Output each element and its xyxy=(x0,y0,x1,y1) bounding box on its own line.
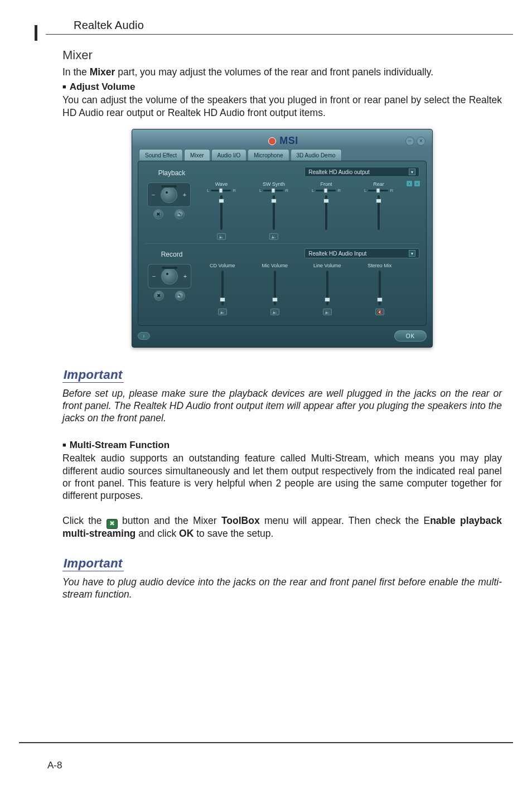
mute-icon[interactable]: 🔈 xyxy=(217,233,226,240)
section-side-bar xyxy=(35,25,37,41)
mixer-heading: Mixer xyxy=(62,48,502,62)
important-text-2: You have to plug audio device into the j… xyxy=(62,576,502,600)
tab-3d-audio-demo[interactable]: 3D Audio Demo xyxy=(291,149,342,161)
slider-label: Front xyxy=(302,181,350,187)
ok-button[interactable]: OK xyxy=(394,330,427,341)
playback-sliders: Wave LR 🔈 SW Synth LR 🔈 xyxy=(197,181,403,240)
bal-r: R xyxy=(233,188,236,193)
record-mute-icon[interactable]: 🔊 xyxy=(175,291,185,301)
record-master: − + ✖ 🔊 xyxy=(145,262,194,301)
volume-slider[interactable] xyxy=(379,271,381,305)
plus-icon: + xyxy=(182,273,188,280)
tab-bar: Sound Effect Mixer Audio I/O Microphone … xyxy=(137,148,428,161)
close-icon[interactable]: × xyxy=(417,137,425,146)
bal-r: R xyxy=(285,188,288,193)
text: Click the xyxy=(62,515,107,526)
slider-label: Line Volume xyxy=(303,263,351,268)
section-title: Realtek Audio xyxy=(46,16,513,35)
bal-l: L xyxy=(259,188,262,193)
important-label-1: Important xyxy=(62,368,124,383)
bal-l: L xyxy=(312,188,314,193)
mute-icon[interactable]: 🔈 xyxy=(270,309,279,315)
balance-slider[interactable] xyxy=(316,190,336,191)
mute-icon[interactable]: 🔈 xyxy=(218,309,227,315)
volume-slider[interactable] xyxy=(326,271,328,305)
plus-icon: + xyxy=(181,191,188,198)
record-device-value: Realtek HD Audio Input xyxy=(308,251,366,257)
scroll-left-icon[interactable]: ‹ xyxy=(406,180,413,187)
mixer-intro: In the Mixer part, you may adjust the vo… xyxy=(62,66,502,78)
page-number: A-8 xyxy=(47,760,62,771)
tab-microphone[interactable]: Microphone xyxy=(248,149,289,161)
tab-audio-io[interactable]: Audio I/O xyxy=(211,149,247,161)
document-page: Realtek Audio Mixer In the Mixer part, y… xyxy=(0,0,532,799)
toolbox-icon[interactable]: ✖ xyxy=(153,209,163,219)
playback-label: Playback xyxy=(145,167,199,177)
balance-slider[interactable] xyxy=(263,190,283,191)
playback-row: − + ✖ 🔊 Wave xyxy=(145,180,419,240)
slider-label: Rear xyxy=(355,181,403,187)
adjust-volume-heading: Adjust Volume xyxy=(62,81,502,93)
important-text-1: Before set up, please make sure the play… xyxy=(62,387,502,424)
titlebar: MSI − × xyxy=(137,133,428,148)
minimize-icon[interactable]: − xyxy=(405,137,414,146)
multi-stream-para: Realtek audio supports an outstanding fe… xyxy=(62,452,502,502)
playback-master-dial[interactable]: − + xyxy=(147,182,191,207)
divider xyxy=(145,243,419,244)
text: menu will appear. Then check the E xyxy=(260,515,430,526)
mute-icon[interactable]: 🔈 xyxy=(323,309,332,315)
mixer-panel: Playback Realtek HD Audio output ▾ xyxy=(138,161,427,326)
bal-r: R xyxy=(390,188,393,193)
slider-mic-volume: Mic Volume 🔈 xyxy=(251,263,299,315)
slider-rear: Rear LR xyxy=(355,181,403,240)
screenshot-wrap: MSI − × Sound Effect Mixer Audio I/O Mic… xyxy=(62,129,502,348)
important-label-2: Important xyxy=(62,556,124,571)
chevron-down-icon: ▾ xyxy=(409,250,415,257)
dial-meter xyxy=(161,185,177,187)
volume-slider[interactable] xyxy=(378,195,380,230)
text: part, you may adjust the volumes of the … xyxy=(115,66,433,78)
multi-stream-heading: Multi-Stream Function xyxy=(62,440,502,451)
slider-front: Front LR xyxy=(302,181,350,240)
minus-icon: − xyxy=(151,273,157,280)
multi-stream-click: Click the ✖ button and the Mixer ToolBox… xyxy=(62,514,502,540)
tab-mixer[interactable]: Mixer xyxy=(184,149,210,161)
mute-muted-icon[interactable]: 🔇 xyxy=(375,309,384,315)
record-device-dropdown[interactable]: Realtek HD Audio Input ▾ xyxy=(304,248,419,258)
text-bold-ok: OK xyxy=(179,528,194,539)
chevron-down-icon: ▾ xyxy=(409,169,415,175)
record-label: Record xyxy=(145,248,199,258)
bal-r: R xyxy=(337,188,341,193)
mute-icon[interactable]: 🔈 xyxy=(269,233,278,240)
scroll-right-icon[interactable]: › xyxy=(414,180,420,187)
slider-label: Wave xyxy=(197,181,245,187)
balance-slider[interactable] xyxy=(211,190,231,191)
playback-device-dropdown[interactable]: Realtek HD Audio output ▾ xyxy=(304,167,419,177)
text: to save the setup. xyxy=(194,528,273,539)
slider-stereo-mix: Stereo Mix 🔇 xyxy=(356,263,404,315)
info-icon[interactable]: i xyxy=(138,332,150,340)
slider-label: Stereo Mix xyxy=(356,263,404,268)
record-master-dial[interactable]: − + xyxy=(148,264,191,288)
slider-label: Mic Volume xyxy=(251,263,299,268)
page-bottom-rule xyxy=(19,742,513,743)
slider-label: SW Synth xyxy=(250,181,298,187)
volume-slider[interactable] xyxy=(221,271,224,305)
app-footer: i OK xyxy=(137,330,428,341)
realtek-mixer-window: MSI − × Sound Effect Mixer Audio I/O Mic… xyxy=(132,129,433,348)
volume-slider[interactable] xyxy=(274,271,276,305)
toolbox-icon[interactable]: ✖ xyxy=(154,291,164,301)
balance-slider[interactable] xyxy=(368,190,388,191)
volume-slider[interactable] xyxy=(220,195,223,230)
volume-slider[interactable] xyxy=(273,195,275,230)
text-bold-toolbox: ToolBox xyxy=(221,515,260,526)
msi-brand-text: MSI xyxy=(279,135,298,147)
playback-mute-icon[interactable]: 🔊 xyxy=(175,209,185,219)
toolbox-inline-icon: ✖ xyxy=(107,519,118,529)
msi-badge-icon xyxy=(268,137,276,145)
tab-sound-effect[interactable]: Sound Effect xyxy=(139,149,183,161)
text: button and the Mixer xyxy=(118,515,221,526)
text: In the xyxy=(62,66,90,78)
volume-slider[interactable] xyxy=(325,195,327,230)
playback-device-value: Realtek HD Audio output xyxy=(308,169,370,175)
